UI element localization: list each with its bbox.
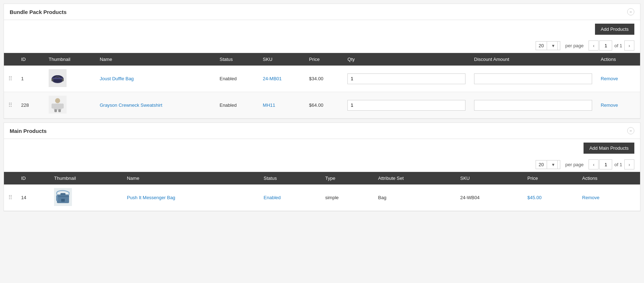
main-products-table-header-row: ID Thumbnail Name Status Type Attribute …: [4, 172, 640, 184]
product-actions-cell: Remove: [596, 66, 640, 92]
svg-rect-4: [52, 78, 53, 81]
product-price-link[interactable]: $45.00: [527, 195, 542, 200]
product-qty-input[interactable]: [347, 100, 465, 111]
product-status-cell: Enabled: [215, 92, 259, 119]
bundle-pack-total-pages: of 1: [614, 43, 622, 48]
col-qty: Qty: [343, 53, 470, 66]
drag-handle-icon[interactable]: ⠿: [8, 195, 13, 201]
remove-product-link[interactable]: Remove: [601, 76, 618, 81]
main-products-header: Main Products −: [4, 123, 640, 139]
product-qty-cell[interactable]: [343, 66, 470, 92]
product-price: $64.00: [309, 102, 323, 108]
main-products-title: Main Products: [10, 128, 47, 134]
product-sku-cell: 24-MB01: [259, 66, 305, 92]
product-type-cell: simple: [321, 184, 374, 211]
remove-main-product-link[interactable]: Remove: [582, 195, 599, 200]
product-discount-input[interactable]: [474, 73, 592, 84]
product-id: 228: [21, 102, 29, 108]
product-qty-cell[interactable]: [343, 92, 470, 119]
bundle-pack-header: Bundle Pack Products −: [4, 4, 640, 20]
collapse-icon: −: [630, 10, 632, 14]
col-id: ID: [17, 53, 44, 66]
product-actions-cell: Remove: [596, 92, 640, 119]
product-thumbnail: [49, 69, 67, 87]
bundle-pack-collapse-button[interactable]: −: [627, 8, 634, 15]
col-thumbnail: Thumbnail: [44, 53, 96, 66]
bundle-pack-per-page-dropdown[interactable]: ▾: [547, 42, 560, 50]
bundle-pack-section: Bundle Pack Products − Add Products 20 ▾…: [4, 4, 640, 119]
product-discount-cell[interactable]: [470, 92, 596, 119]
svg-rect-5: [62, 78, 64, 81]
bundle-pack-prev-page-button[interactable]: ‹: [589, 40, 599, 51]
svg-rect-3: [52, 78, 63, 79]
chevron-down-icon: ▾: [549, 160, 558, 169]
main-products-page-input[interactable]: [599, 159, 612, 169]
bundle-pack-per-page-selector[interactable]: 20 ▾: [536, 41, 560, 50]
product-id-cell: 1: [17, 66, 44, 92]
chevron-right-icon: ›: [629, 43, 630, 48]
col-name: Name: [123, 172, 259, 184]
drag-handle-cell: ⠿: [4, 184, 17, 211]
drag-handle-cell: ⠿: [4, 66, 17, 92]
svg-rect-18: [56, 195, 58, 201]
product-thumbnail: [54, 188, 72, 206]
product-status: Enabled: [220, 76, 237, 81]
product-discount-cell[interactable]: [470, 66, 596, 92]
product-name-cell: Joust Duffle Bag: [96, 66, 215, 92]
product-name-link[interactable]: Grayson Crewneck Sweatshirt: [100, 102, 162, 108]
product-status: Enabled: [220, 102, 237, 108]
col-type: Type: [321, 172, 374, 184]
col-sku: SKU: [259, 53, 305, 66]
svg-rect-8: [54, 104, 62, 110]
thumbnail-cell: [44, 66, 96, 92]
product-attribute-set-cell: Bag: [374, 184, 456, 211]
collapse-icon: −: [630, 129, 632, 133]
bundle-pack-pagination: 20 ▾ per page ‹ of 1 ›: [4, 38, 640, 53]
product-status-cell: Enabled: [259, 184, 321, 211]
col-actions: Actions: [578, 172, 640, 184]
main-products-per-page-dropdown[interactable]: ▾: [547, 160, 560, 169]
product-attribute-set: Bag: [378, 195, 386, 200]
product-sku-link[interactable]: MH11: [263, 102, 275, 108]
chevron-left-icon: ‹: [593, 43, 594, 48]
remove-product-link[interactable]: Remove: [601, 102, 618, 108]
product-price: $34.00: [309, 76, 323, 81]
product-status-link[interactable]: Enabled: [264, 195, 281, 200]
main-products-collapse-button[interactable]: −: [627, 127, 634, 134]
product-sku-link[interactable]: 24-MB01: [263, 76, 282, 81]
product-id-cell: 228: [17, 92, 44, 119]
main-products-prev-page-button[interactable]: ‹: [589, 159, 599, 169]
product-sku: 24-WB04: [460, 195, 479, 200]
thumbnail-cell: [44, 92, 96, 119]
product-qty-input[interactable]: [347, 73, 465, 84]
main-products-per-page-label: per page: [565, 162, 584, 167]
product-name-cell: Grayson Crewneck Sweatshirt: [96, 92, 215, 119]
product-id: 1: [21, 76, 24, 81]
svg-point-7: [55, 98, 60, 103]
svg-rect-17: [61, 199, 65, 202]
add-main-products-button[interactable]: Add Main Products: [584, 143, 634, 154]
bundle-pack-page-input[interactable]: [599, 40, 612, 51]
thumbnail-cell: [50, 184, 122, 211]
main-products-per-page-selector[interactable]: 20 ▾: [536, 160, 560, 169]
bundle-pack-next-page-button[interactable]: ›: [624, 40, 634, 51]
product-thumbnail: [49, 96, 67, 114]
bundle-pack-table-header-row: ID Thumbnail Name Status SKU Price Qty D…: [4, 53, 640, 66]
col-drag: [4, 172, 17, 184]
svg-rect-16: [60, 193, 65, 195]
product-name-link[interactable]: Joust Duffle Bag: [100, 76, 134, 81]
main-products-total-pages: of 1: [614, 162, 622, 167]
product-name-cell: Push It Messenger Bag: [123, 184, 259, 211]
product-price-cell: $64.00: [305, 92, 343, 119]
product-discount-input[interactable]: [474, 100, 592, 111]
col-price: Price: [523, 172, 578, 184]
drag-handle-icon[interactable]: ⠿: [8, 76, 13, 82]
add-products-button[interactable]: Add Products: [595, 24, 634, 35]
product-actions-cell: Remove: [578, 184, 640, 211]
col-thumbnail: Thumbnail: [50, 172, 122, 184]
drag-handle-icon[interactable]: ⠿: [8, 102, 13, 108]
product-name-link[interactable]: Push It Messenger Bag: [127, 195, 175, 200]
product-sku-cell: 24-WB04: [456, 184, 523, 211]
main-products-next-page-button[interactable]: ›: [624, 159, 634, 169]
table-row: ⠿ 14: [4, 184, 640, 211]
